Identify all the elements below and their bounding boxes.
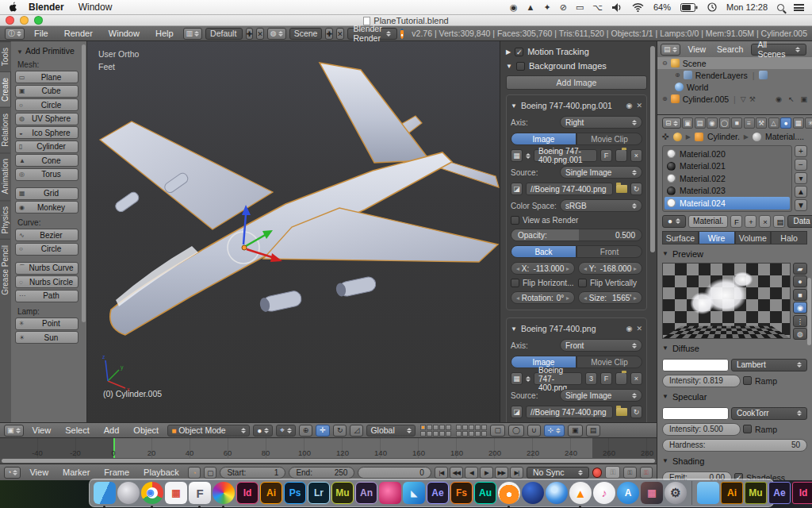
indesign-file-dock-icon[interactable]: Id	[792, 482, 812, 504]
remove-material-slot-button[interactable]: −	[795, 159, 807, 171]
preview-cube-button[interactable]: ■	[793, 289, 807, 301]
illustrator-file-dock-icon[interactable]: Ai	[721, 482, 743, 504]
tab-grease-pencil[interactable]: Grease Pencil	[0, 239, 10, 301]
fontexplorer-dock-icon[interactable]: F	[189, 482, 211, 504]
preview-sphere-button[interactable]: ●	[793, 275, 807, 287]
cinema4d-dock-icon[interactable]	[522, 482, 544, 504]
viewport-editor-selector[interactable]: ▣	[4, 425, 24, 437]
muse-dock-icon[interactable]: Mu	[331, 482, 354, 504]
lock-to-scene-icon[interactable]: ▢	[490, 425, 505, 437]
specular-panel-header[interactable]: ▼Specular	[662, 390, 807, 404]
bg1-rotation-field[interactable]: ◂ Rotation:0° ▸	[511, 291, 575, 304]
play-button[interactable]: ▶	[480, 467, 493, 479]
diffuse-shader-dropdown[interactable]: Lambert	[731, 359, 807, 371]
wire-tab[interactable]: Wire	[699, 231, 735, 244]
material-slot-selected[interactable]: Material.024	[665, 197, 790, 210]
record-button[interactable]	[592, 468, 603, 478]
itunes-dock-icon[interactable]: ♪	[593, 482, 615, 504]
swirl-status-icon[interactable]: ◉	[510, 2, 518, 13]
properties-editor-selector[interactable]: ⊟	[662, 117, 681, 129]
material-specials-button[interactable]: ▾	[795, 172, 807, 184]
add-mesh-button[interactable]: ▦Grid	[15, 187, 79, 200]
world-tab-icon[interactable]: ◯	[719, 117, 730, 129]
render-tab-icon[interactable]: ▣	[682, 117, 693, 129]
tab-tools[interactable]: Tools	[0, 41, 10, 71]
scene-field[interactable]: Scene	[289, 28, 323, 40]
preview-monkey-button[interactable]: ◉	[793, 302, 807, 314]
material-browse-icon[interactable]: ●	[662, 215, 686, 228]
rotate-manipulator-button[interactable]: ↻	[333, 425, 347, 437]
wifi-icon[interactable]	[632, 3, 644, 12]
surface-tab[interactable]: Surface	[662, 231, 699, 244]
particles-tab-icon[interactable]: ✳	[805, 117, 812, 129]
fake-user-button[interactable]: F	[600, 372, 612, 385]
bg1-movie-clip-tab[interactable]: Movie Clip	[576, 133, 642, 145]
shading-panel-header[interactable]: ▼Shading	[662, 454, 807, 468]
spark-app-dock-icon[interactable]: ◣	[403, 482, 425, 504]
chrome-dock-icon[interactable]: ◉	[141, 482, 163, 504]
add-curve-button[interactable]: ⌒Nurbs Curve	[15, 262, 79, 275]
proportional-edit-icon[interactable]: ◯	[508, 425, 524, 437]
image-datablock-icon[interactable]: ▦	[511, 149, 523, 162]
outliner-item-scene[interactable]: ⊖ Scene	[657, 57, 812, 69]
renderability-icon[interactable]: ▣	[800, 95, 807, 103]
reload-image-button[interactable]: ↻	[630, 183, 642, 195]
next-keyframe-button[interactable]: ▶▶	[495, 467, 508, 479]
appstore-dock-icon[interactable]: A	[617, 482, 639, 504]
browse-file-icon[interactable]	[616, 408, 627, 416]
screen-layout-field[interactable]: Default	[205, 28, 243, 40]
eye-icon[interactable]: ◉	[626, 102, 633, 110]
breadcrumb-object[interactable]: Cylinder.	[707, 132, 740, 141]
animate-dock-icon[interactable]: An	[355, 482, 377, 504]
outliner-editor-selector[interactable]: ▤	[661, 44, 680, 56]
dnd-status-icon[interactable]: ⊘	[560, 2, 567, 13]
snap-magnet-icon[interactable]: ∪	[527, 425, 541, 437]
finder-dock-icon[interactable]	[94, 482, 116, 504]
diffuse-intensity-slider[interactable]: Intensity: 0.819	[662, 375, 741, 387]
select-menu[interactable]: Select	[59, 425, 95, 435]
notification-center-icon[interactable]	[794, 4, 804, 11]
dropbox-status-icon[interactable]: ✦	[543, 2, 550, 13]
window-menu[interactable]: Window	[102, 29, 146, 38]
insert-keyframe-button[interactable]: ⚿	[623, 467, 636, 479]
add-mesh-button[interactable]: ◍UV Sphere	[15, 113, 79, 125]
layers-widget-group-2[interactable]	[456, 425, 487, 437]
specular-intensity-slider[interactable]: Intensity: 0.500	[662, 423, 741, 436]
preview-hair-button[interactable]: ⋮	[793, 315, 807, 327]
aftereffects-file-dock-icon[interactable]: Ae	[768, 482, 791, 504]
preview-sphere-sky-button[interactable]: ◍	[793, 328, 807, 340]
add-layout-button[interactable]: ✚	[246, 28, 254, 40]
bg1-axis-dropdown[interactable]: Right	[560, 116, 642, 129]
unlink-image-button[interactable]: ×	[630, 149, 642, 162]
move-slot-down-button[interactable]: ▼	[795, 199, 807, 211]
spotlight-icon[interactable]	[777, 4, 784, 11]
bg1-x-field[interactable]: ◂ X:-113.000 ▸	[511, 262, 575, 275]
scene-selector-icon[interactable]: ◍	[267, 28, 286, 40]
view-as-render-checkbox[interactable]	[511, 216, 519, 225]
help-menu[interactable]: Help	[149, 29, 180, 38]
add-menu[interactable]: Add	[98, 425, 125, 435]
petal-app-dock-icon[interactable]	[379, 482, 401, 504]
specular-shader-dropdown[interactable]: CookTorr	[731, 407, 807, 420]
diffuse-ramp-checkbox[interactable]	[743, 376, 752, 385]
opengl-render-image-button[interactable]: ▣	[568, 425, 583, 437]
keying-set-field[interactable]: ⚿	[605, 466, 620, 479]
editor-type-selector[interactable]: ⓘ	[5, 28, 25, 40]
muse-file-dock-icon[interactable]: Mu	[745, 482, 767, 504]
tab-physics[interactable]: Physics	[0, 200, 10, 239]
flip-vertical-checkbox[interactable]	[578, 279, 587, 287]
specular-ramp-checkbox[interactable]	[743, 425, 752, 433]
material-slot[interactable]: Material.022	[665, 172, 790, 185]
bg2-image-name-field[interactable]: Boeing 747-400.png	[534, 372, 582, 385]
data-link-dropdown[interactable]: Data	[787, 215, 812, 228]
breadcrumb-material[interactable]: Material....	[765, 132, 804, 141]
bg2-filepath-field[interactable]: //Boeing 747-400.png	[526, 406, 613, 418]
add-curve-button[interactable]: ⋯Path	[15, 290, 79, 302]
flip-horizontal-checkbox[interactable]	[511, 279, 519, 287]
move-slot-up-button[interactable]: ▲	[795, 186, 807, 198]
airplane-model[interactable]: x y z	[87, 41, 500, 422]
material-slot[interactable]: Material.021	[665, 160, 790, 173]
outliner-scope-dropdown[interactable]: All Scenes	[751, 44, 806, 56]
color-wheel-dock-icon[interactable]	[213, 482, 235, 504]
visibility-eye-icon[interactable]: ◉	[776, 95, 782, 103]
